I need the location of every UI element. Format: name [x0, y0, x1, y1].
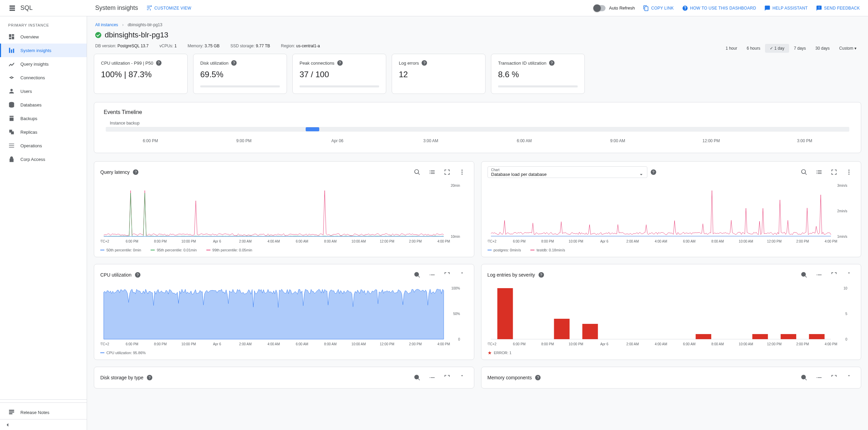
legend-toggle-icon[interactable] [426, 372, 438, 383]
nav-item-corp-access[interactable]: Corp Access [0, 152, 87, 166]
svg-rect-72 [696, 334, 711, 339]
zoom-icon[interactable] [411, 372, 423, 383]
send-feedback-button[interactable]: SEND FEEDBACK [816, 5, 860, 11]
auto-refresh-toggle[interactable]: Auto Refresh [594, 5, 635, 11]
help-icon[interactable]: ? [549, 60, 555, 66]
timeline-tick: Apr 06 [291, 138, 384, 143]
tune-icon [146, 5, 152, 11]
chevron-right-icon: › [122, 22, 123, 27]
time-range-30-days[interactable]: 30 days [811, 44, 834, 53]
svg-text:8:00 AM: 8:00 AM [324, 239, 337, 243]
cpu-plot[interactable]: 100%50%0UTC+26:00 PM8:00 PM10:00 PMApr 6… [100, 285, 461, 347]
kpi-title: Transaction ID utilization [498, 61, 546, 66]
help-icon[interactable]: ? [231, 60, 237, 66]
help-icon[interactable]: ? [539, 272, 544, 278]
fullscreen-icon[interactable] [441, 269, 453, 281]
nav-section-title: PRIMARY INSTANCE [0, 19, 87, 30]
time-range-picker[interactable]: 1 hour6 hours✓ 1 day7 days30 daysCustom … [721, 44, 861, 53]
backups-icon [8, 115, 15, 122]
query-latency-plot[interactable]: 20min10minUTC+26:00 PM8:00 PM10:00 PMApr… [100, 183, 461, 244]
breadcrumb-root[interactable]: All instances [95, 22, 118, 27]
help-icon[interactable]: ? [651, 169, 656, 175]
events-timeline-track[interactable] [106, 127, 849, 132]
timeline-tick: 6:00 PM [104, 138, 197, 143]
zoom-icon[interactable] [798, 269, 810, 281]
howto-button[interactable]: HOW TO USE THIS DASHBOARD [682, 5, 756, 11]
zoom-icon[interactable] [798, 372, 810, 383]
kpi-bar [200, 85, 280, 87]
more-icon[interactable] [843, 166, 855, 178]
collapse-nav-button[interactable] [0, 419, 87, 430]
log-severity-plot[interactable]: 1050UTC+26:00 PM8:00 PM10:00 PMApr 62:00… [488, 285, 848, 347]
backup-event[interactable] [306, 127, 319, 131]
legend-item: testdb: 0.18min/s [530, 248, 565, 252]
legend-toggle-icon[interactable] [813, 166, 825, 178]
db-load-plot[interactable]: 3min/s2min/s1min/sUTC+26:00 PM8:00 PM10:… [488, 183, 848, 244]
system-insights-icon [8, 47, 15, 54]
svg-text:6:00 PM: 6:00 PM [126, 342, 138, 346]
events-timeline-axis: 6:00 PM9:00 PMApr 063:00 AM6:00 AM9:00 A… [104, 138, 851, 143]
time-range-custom[interactable]: Custom ▾ [834, 44, 861, 53]
nav-item-query-insights[interactable]: Query insights [0, 57, 87, 71]
chart-cpu: CPU utilization ? 100%50%0UTC+26:00 PM8:… [94, 264, 474, 360]
svg-rect-70 [554, 319, 569, 339]
legend-toggle-icon[interactable] [813, 372, 825, 383]
legend-toggle-icon[interactable] [426, 269, 438, 281]
zoom-icon[interactable] [798, 166, 810, 178]
help-icon[interactable]: ? [422, 60, 427, 66]
help-icon[interactable]: ? [156, 60, 161, 66]
help-icon[interactable]: ? [337, 60, 343, 66]
nav-item-overview[interactable]: Overview [0, 30, 87, 44]
chart-selector-dropdown[interactable]: Chart Database load per database [488, 166, 647, 178]
svg-rect-74 [781, 334, 796, 339]
nav-item-users[interactable]: Users [0, 84, 87, 98]
fullscreen-icon[interactable] [441, 166, 453, 178]
instance-meta: DB version: PostgreSQL 13.7 vCPUs: 1 Mem… [94, 43, 321, 54]
chart-legend: ★ERROR: 1 [481, 349, 861, 360]
legend-toggle-icon[interactable] [813, 269, 825, 281]
more-icon[interactable] [456, 166, 468, 178]
more-icon[interactable] [456, 269, 468, 281]
zoom-icon[interactable] [411, 166, 423, 178]
nav-item-operations[interactable]: Operations [0, 139, 87, 152]
more-icon[interactable] [843, 269, 855, 281]
zoom-icon[interactable] [411, 269, 423, 281]
fullscreen-icon[interactable] [441, 372, 453, 383]
nav-item-connections[interactable]: Connections [0, 71, 87, 84]
copy-link-button[interactable]: COPY LINK [643, 5, 674, 11]
help-icon[interactable]: ? [133, 169, 138, 175]
nav-item-replicas[interactable]: Replicas [0, 125, 87, 139]
chevron-down-icon [638, 171, 644, 178]
kpi-card-4: Transaction ID utilization?8.6 % [491, 54, 585, 94]
svg-text:6:00 PM: 6:00 PM [513, 239, 525, 243]
time-range-1-hour[interactable]: 1 hour [721, 44, 742, 53]
time-range-7-days[interactable]: 7 days [789, 44, 811, 53]
nav-item-backups[interactable]: Backups [0, 112, 87, 125]
more-icon[interactable] [843, 372, 855, 383]
fullscreen-icon[interactable] [828, 372, 840, 383]
fullscreen-icon[interactable] [828, 166, 840, 178]
time-range-6-hours[interactable]: 6 hours [742, 44, 765, 53]
help-icon[interactable]: ? [135, 272, 140, 278]
help-icon[interactable]: ? [535, 375, 541, 380]
nav-release-notes[interactable]: Release Notes [0, 406, 87, 419]
nav-item-databases[interactable]: Databases [0, 98, 87, 112]
fullscreen-icon[interactable] [828, 269, 840, 281]
svg-text:UTC+2: UTC+2 [488, 342, 496, 346]
svg-text:10:00 AM: 10:00 AM [738, 239, 753, 243]
customize-view-button[interactable]: CUSTOMIZE VIEW [146, 5, 191, 11]
legend-item: 50th percentile: 0min [100, 248, 141, 252]
time-range-1-day[interactable]: ✓ 1 day [765, 44, 789, 53]
more-icon[interactable] [456, 372, 468, 383]
left-nav: PRIMARY INSTANCE OverviewSystem insights… [0, 16, 87, 430]
help-icon[interactable]: ? [147, 375, 152, 380]
svg-text:6:00 AM: 6:00 AM [683, 239, 695, 243]
kpi-card-1: Disk utilization?69.5% [193, 54, 287, 94]
kpi-value: 12 [399, 70, 478, 79]
svg-text:50%: 50% [453, 312, 460, 316]
nav-item-system-insights[interactable]: System insights [0, 44, 87, 57]
svg-text:2min/s: 2min/s [837, 209, 847, 213]
kpi-bar [300, 85, 379, 87]
legend-toggle-icon[interactable] [426, 166, 438, 178]
help-assistant-button[interactable]: HELP ASSISTANT [764, 5, 808, 11]
